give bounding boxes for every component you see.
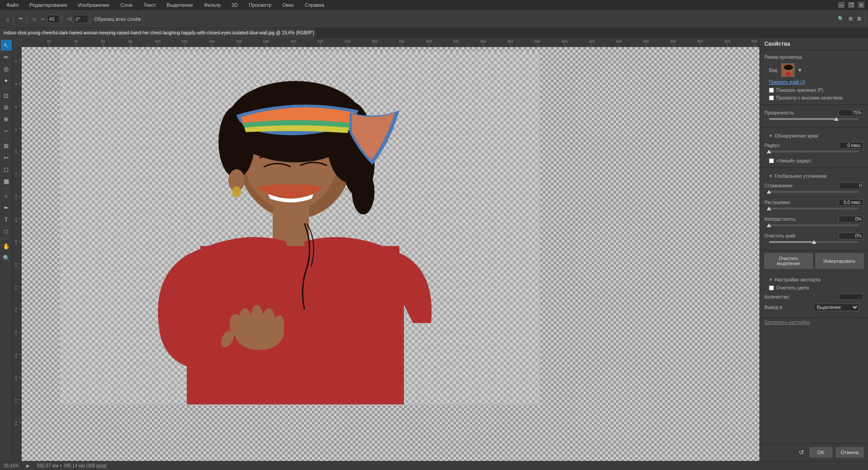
pencil-tool[interactable]: ✏ bbox=[1, 52, 12, 62]
show-original-label: Показать оригинал (P) bbox=[776, 88, 823, 93]
svg-text:420: 420 bbox=[588, 39, 595, 43]
show-edge-link[interactable]: Показать край (J) bbox=[764, 79, 863, 86]
share-button[interactable]: ⊠ bbox=[855, 15, 863, 23]
contrast-value[interactable] bbox=[839, 216, 863, 223]
shape-tool[interactable]: □ bbox=[1, 226, 12, 237]
angle-degree-input[interactable] bbox=[74, 15, 88, 23]
svg-text:380: 380 bbox=[534, 39, 541, 43]
spot-heal-tool[interactable]: ⊕ bbox=[1, 114, 12, 124]
minimize-button[interactable]: — bbox=[838, 2, 844, 8]
angle-value-input[interactable] bbox=[47, 15, 60, 23]
transparency-slider[interactable] bbox=[764, 118, 863, 124]
high-quality-checkbox[interactable] bbox=[769, 95, 774, 100]
view-dropdown-button[interactable]: ▼ bbox=[797, 67, 802, 73]
menu-image[interactable]: Изображение bbox=[76, 0, 112, 10]
svg-text:6: 6 bbox=[14, 106, 18, 108]
document-tab[interactable]: indoor-shot-young-cheerful-dark-haired-w… bbox=[0, 28, 317, 38]
ruler-corner bbox=[13, 38, 22, 47]
eraser-tool[interactable]: ◻ bbox=[1, 164, 12, 175]
clear-color-label: Очистить цвета bbox=[776, 285, 809, 290]
home-tool-button[interactable]: ⌂ bbox=[5, 15, 11, 23]
hand-tool[interactable]: ✋ bbox=[1, 241, 12, 252]
svg-text:120: 120 bbox=[181, 39, 188, 43]
magic-wand-tool[interactable]: ✦ bbox=[1, 75, 12, 86]
circle-select-button[interactable]: ○ bbox=[31, 14, 38, 24]
clone-tool[interactable]: ⊞ bbox=[1, 140, 12, 151]
minus-select-button[interactable]: − bbox=[39, 14, 46, 24]
remember-settings-link[interactable]: Запомнить настройки bbox=[760, 318, 868, 327]
zoom-level: 19,41% bbox=[4, 463, 19, 468]
view-thumbnail[interactable] bbox=[781, 63, 795, 77]
menu-help[interactable]: Справка bbox=[302, 0, 327, 10]
smart-radius-checkbox[interactable] bbox=[769, 158, 774, 163]
edge-detection-arrow: ▼ bbox=[769, 134, 773, 138]
svg-text:400: 400 bbox=[561, 39, 568, 43]
svg-text:3 4: 3 4 bbox=[14, 421, 18, 426]
svg-text:1 8: 1 8 bbox=[14, 240, 18, 245]
output-dropdown[interactable]: Выделение Слой-маска Новый слой Новый до… bbox=[814, 304, 859, 311]
lasso-tool[interactable]: ◎ bbox=[1, 63, 12, 74]
move-tool[interactable]: ↖ bbox=[1, 40, 12, 51]
menu-3d[interactable]: 3D bbox=[229, 0, 241, 10]
brush-tool-button[interactable]: ✏ bbox=[17, 15, 25, 23]
export-settings-header[interactable]: ▼ Настройки экспорта bbox=[764, 274, 863, 284]
brush-tool[interactable]: ⌐ bbox=[1, 125, 12, 136]
edge-detection-header[interactable]: ▼ Обнаружение края bbox=[764, 130, 863, 140]
search-button[interactable]: 🔍 bbox=[836, 15, 846, 23]
export-settings-label: Настройки экспорта bbox=[774, 277, 821, 282]
history-brush-tool[interactable]: ↩ bbox=[1, 152, 12, 163]
radius-slider[interactable] bbox=[764, 151, 863, 157]
angle-button[interactable]: ◁ bbox=[66, 15, 73, 23]
menu-view[interactable]: Просмотр bbox=[246, 0, 274, 10]
gradient-tool[interactable]: ▦ bbox=[1, 176, 12, 186]
ok-button[interactable]: OK bbox=[810, 447, 832, 457]
contrast-slider[interactable] bbox=[764, 224, 863, 231]
maximize-button[interactable]: ❐ bbox=[848, 2, 854, 8]
close-button[interactable]: ✕ bbox=[858, 2, 864, 8]
canvas-container: 20 40 60 80 100 120 140 160 180 bbox=[13, 38, 759, 461]
global-refine-header[interactable]: ▼ Глобальное уточнение bbox=[764, 171, 863, 180]
shift-edge-value[interactable] bbox=[839, 233, 863, 239]
smooth-slider[interactable] bbox=[764, 191, 863, 197]
smooth-value[interactable] bbox=[839, 182, 863, 189]
svg-text:220: 220 bbox=[317, 39, 323, 43]
dodge-tool[interactable]: ○ bbox=[1, 190, 12, 201]
tool-group-sample: Образец всех слоёв bbox=[92, 12, 143, 26]
tool-group-home: ⌂ bbox=[3, 12, 14, 26]
clear-selection-button[interactable]: Очистить выделение bbox=[764, 253, 813, 269]
text-tool[interactable]: T bbox=[1, 214, 12, 225]
menu-text[interactable]: Текст bbox=[141, 0, 159, 10]
show-original-checkbox[interactable] bbox=[769, 88, 774, 93]
svg-text:480: 480 bbox=[670, 39, 676, 43]
crop-tool[interactable]: ⊡ bbox=[1, 90, 12, 101]
smart-radius-label: «Умный» радиус bbox=[776, 158, 811, 163]
menu-window[interactable]: Окно bbox=[280, 0, 297, 10]
radius-row: Радиус: bbox=[764, 142, 863, 149]
svg-point-116 bbox=[784, 65, 793, 70]
svg-text:440: 440 bbox=[616, 39, 622, 43]
eyedropper-tool[interactable]: ⊘ bbox=[1, 102, 12, 113]
horizontal-ruler: 20 40 60 80 100 120 140 160 180 bbox=[22, 38, 759, 47]
tools-sidebar: ↖ ✏ ◎ ✦ ⊡ ⊘ ⊕ ⌐ ⊞ ↩ ◻ ▦ ○ ✒ T □ ✋ 🔍 bbox=[0, 38, 13, 461]
pen-tool[interactable]: ✒ bbox=[1, 202, 12, 213]
shift-edge-slider[interactable] bbox=[764, 241, 863, 247]
radius-value[interactable] bbox=[839, 142, 863, 149]
menu-select[interactable]: Выделение bbox=[164, 0, 196, 10]
menu-file[interactable]: Файл bbox=[4, 0, 21, 10]
invert-button[interactable]: Инвертировать bbox=[816, 253, 864, 269]
clear-color-checkbox[interactable] bbox=[769, 285, 774, 290]
panel-title: Свойства bbox=[760, 38, 868, 50]
menu-edit[interactable]: Редактирование bbox=[27, 0, 70, 10]
reset-button[interactable]: ↺ bbox=[797, 447, 806, 457]
feather-value[interactable] bbox=[839, 199, 863, 206]
menu-filter[interactable]: Фильтр bbox=[201, 0, 223, 10]
feather-slider[interactable] bbox=[764, 208, 863, 214]
transparency-value[interactable] bbox=[839, 109, 863, 116]
zoom-tool[interactable]: 🔍 bbox=[1, 252, 12, 263]
canvas-area[interactable] bbox=[22, 47, 759, 461]
svg-text:3 0: 3 0 bbox=[14, 376, 18, 380]
workspace-button[interactable]: ⊞ bbox=[847, 15, 854, 23]
cancel-button[interactable]: Отмена bbox=[836, 447, 863, 457]
menu-layers[interactable]: Слои bbox=[118, 0, 135, 10]
menu-bar: Файл Редактирование Изображение Слои Тек… bbox=[4, 0, 327, 10]
